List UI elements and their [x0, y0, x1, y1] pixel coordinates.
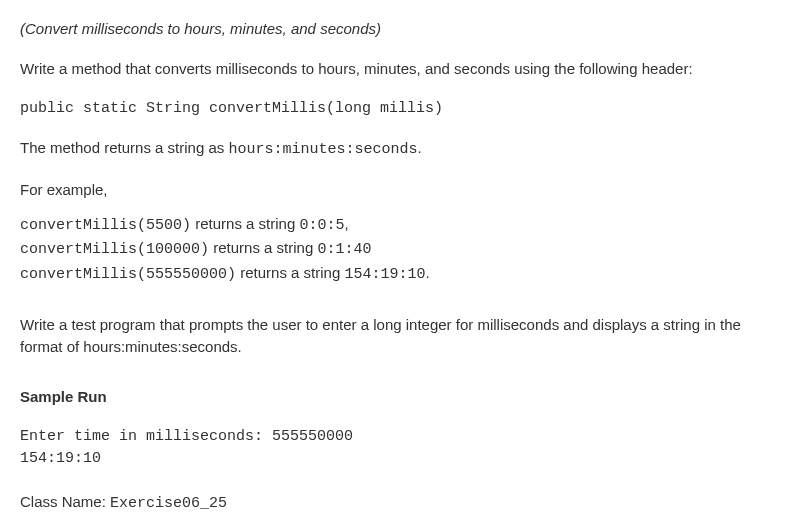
example-line: convertMillis(100000) returns a string 0… — [20, 237, 765, 262]
sample-run-block: Enter time in milliseconds: 555550000 15… — [20, 426, 765, 471]
method-signature: public static String convertMillis(long … — [20, 98, 765, 120]
example-tail: , — [344, 215, 348, 232]
example-result: 0:1:40 — [317, 241, 371, 258]
example-line: convertMillis(5500) returns a string 0:0… — [20, 213, 765, 238]
example-tail: . — [425, 264, 429, 281]
sample-run-heading: Sample Run — [20, 386, 765, 408]
example-result: 0:0:5 — [299, 217, 344, 234]
exercise-title: (Convert milliseconds to hours, minutes,… — [20, 18, 765, 40]
sample-run-line: Enter time in milliseconds: 555550000 — [20, 428, 353, 445]
example-line: convertMillis(555550000) returns a strin… — [20, 262, 765, 287]
returns-description: The method returns a string as hours:min… — [20, 137, 765, 161]
class-name-value: Exercise06_25 — [110, 495, 227, 512]
example-call: convertMillis(100000) — [20, 241, 209, 258]
example-mid: returns a string — [191, 215, 299, 232]
class-name-line: Class Name: Exercise06_25 — [20, 491, 765, 515]
example-call: convertMillis(5500) — [20, 217, 191, 234]
returns-suffix: . — [417, 139, 421, 156]
example-mid: returns a string — [209, 239, 317, 256]
test-program-paragraph: Write a test program that prompts the us… — [20, 314, 765, 358]
for-example-label: For example, — [20, 179, 765, 201]
sample-run-line: 154:19:10 — [20, 450, 101, 467]
example-call: convertMillis(555550000) — [20, 266, 236, 283]
example-mid: returns a string — [236, 264, 344, 281]
intro-paragraph: Write a method that converts millisecond… — [20, 58, 765, 80]
returns-format: hours:minutes:seconds — [228, 141, 417, 158]
example-result: 154:19:10 — [344, 266, 425, 283]
class-name-label: Class Name: — [20, 493, 110, 510]
returns-prefix: The method returns a string as — [20, 139, 228, 156]
examples-block: convertMillis(5500) returns a string 0:0… — [20, 213, 765, 287]
